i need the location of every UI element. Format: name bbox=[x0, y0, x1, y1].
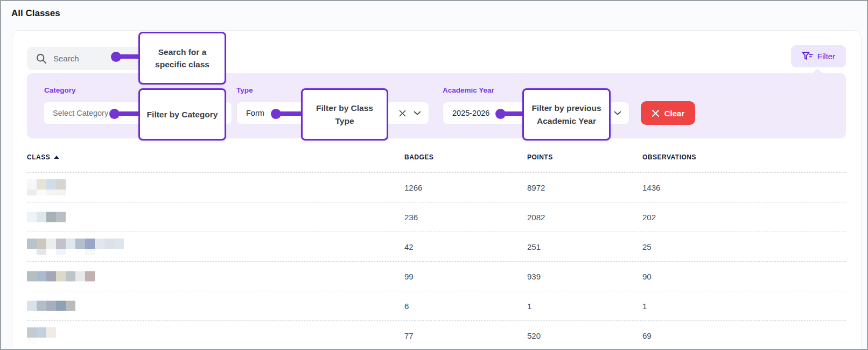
observations-cell: 1436 bbox=[642, 183, 660, 192]
redacted-class-name bbox=[27, 239, 124, 255]
column-header-class-label: CLASS bbox=[27, 153, 50, 161]
observations-cell: 90 bbox=[642, 272, 652, 281]
callout-connector-dot bbox=[495, 109, 506, 119]
category-select-value: Select Category bbox=[53, 109, 108, 117]
badges-cell: 42 bbox=[404, 242, 414, 251]
observations-cell: 202 bbox=[642, 213, 656, 222]
page-title: All Classes bbox=[11, 8, 60, 19]
points-cell: 8972 bbox=[527, 183, 545, 192]
observations-cell: 69 bbox=[642, 331, 652, 340]
badges-cell: 77 bbox=[404, 331, 414, 340]
badges-cell: 6 bbox=[404, 302, 409, 311]
x-icon bbox=[652, 109, 660, 117]
funnel-filter-icon bbox=[802, 52, 813, 61]
observations-cell: 25 bbox=[642, 242, 652, 251]
column-header-observations-label: OBSERVATIONS bbox=[642, 153, 696, 161]
category-label: Category bbox=[44, 86, 76, 94]
filter-panel-notch bbox=[812, 68, 823, 74]
clear-type-icon[interactable] bbox=[399, 110, 406, 117]
clear-button-label: Clear bbox=[664, 109, 685, 118]
redacted-class-name bbox=[27, 301, 75, 311]
column-header-points[interactable]: POINTS bbox=[527, 153, 553, 161]
callout-connector-dot bbox=[111, 52, 121, 62]
points-cell: 251 bbox=[527, 242, 541, 251]
table-row[interactable]: 2362082202 bbox=[27, 202, 846, 232]
academic-year-select-value: 2025-2026 bbox=[452, 109, 489, 117]
points-cell: 2082 bbox=[527, 213, 545, 222]
table-row[interactable]: 4225125 bbox=[27, 232, 846, 262]
points-cell: 520 bbox=[527, 331, 541, 340]
table-row[interactable]: 9993990 bbox=[27, 262, 846, 291]
badges-cell: 1266 bbox=[404, 183, 422, 192]
callout-category: Filter by Category bbox=[138, 88, 226, 141]
type-select-value: Form bbox=[246, 109, 264, 117]
table-body: 1266897214362362082202422512599939906117… bbox=[27, 172, 846, 350]
search-icon bbox=[36, 53, 47, 64]
callout-search: Search for a specific class bbox=[138, 32, 226, 85]
chevron-down-icon[interactable] bbox=[614, 111, 621, 115]
column-header-badges-label: BADGES bbox=[404, 153, 433, 161]
academic-year-label: Academic Year bbox=[443, 86, 494, 94]
badges-cell: 236 bbox=[404, 213, 418, 222]
points-cell: 939 bbox=[527, 272, 541, 281]
column-header-badges[interactable]: BADGES bbox=[404, 153, 433, 161]
column-header-class[interactable]: CLASS bbox=[27, 153, 59, 161]
redacted-class-name bbox=[27, 327, 56, 344]
callout-connector-dot bbox=[271, 109, 281, 119]
column-header-observations[interactable]: OBSERVATIONS bbox=[642, 153, 696, 161]
table-row[interactable]: 611 bbox=[27, 291, 846, 321]
all-classes-screen: All Classes Search Filter Category Selec… bbox=[0, 0, 868, 350]
chevron-down-icon[interactable] bbox=[414, 111, 421, 115]
table-header: CLASS BADGES POINTS OBSERVATIONS bbox=[27, 153, 846, 161]
callout-class-type: Filter by Class Type bbox=[301, 88, 388, 141]
clear-filters-button[interactable]: Clear bbox=[641, 101, 695, 125]
redacted-class-name bbox=[27, 271, 95, 282]
observations-cell: 1 bbox=[642, 302, 647, 311]
search-placeholder: Search bbox=[53, 54, 79, 63]
badges-cell: 99 bbox=[404, 272, 414, 281]
callout-academic-year: Filter by previous Academic Year bbox=[522, 88, 611, 141]
filter-button-label: Filter bbox=[817, 52, 835, 61]
table-row[interactable]: 7752069 bbox=[27, 321, 846, 350]
points-cell: 1 bbox=[527, 302, 531, 311]
table-row[interactable]: 126689721436 bbox=[27, 173, 846, 202]
redacted-class-name bbox=[27, 179, 66, 195]
callout-connector-dot bbox=[109, 109, 120, 119]
column-header-points-label: POINTS bbox=[527, 153, 553, 161]
filter-button[interactable]: Filter bbox=[791, 45, 846, 67]
type-label: Type bbox=[236, 86, 253, 94]
sort-ascending-icon bbox=[54, 156, 59, 159]
redacted-class-name bbox=[27, 212, 66, 222]
